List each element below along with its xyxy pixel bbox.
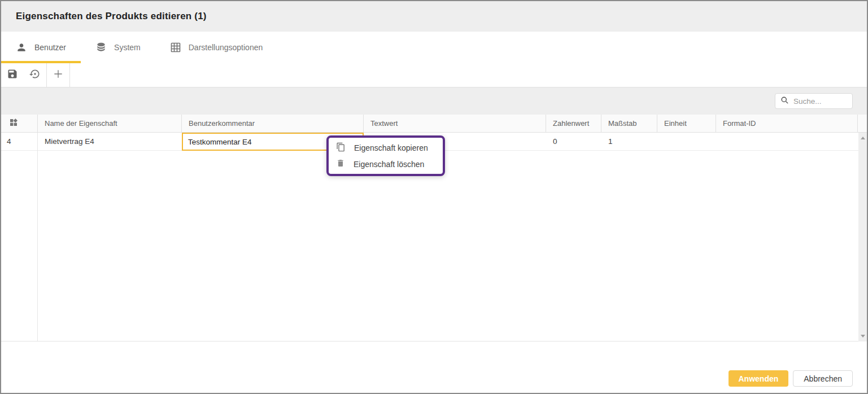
cancel-button[interactable]: Abbrechen — [793, 370, 853, 387]
plus-icon — [53, 68, 64, 82]
search-icon — [780, 96, 789, 107]
grid-header-row: Name der Eigenschaft Benutzerkommentar T… — [1, 115, 867, 133]
restore-button[interactable] — [24, 63, 46, 87]
tab-darstellungsoptionen[interactable]: Darstellungsoptionen — [155, 32, 278, 63]
column-header-zahlenwert[interactable]: Zahlenwert — [546, 115, 601, 132]
menu-item-copy-property[interactable]: Eigenschaft kopieren — [329, 139, 443, 156]
person-icon — [16, 42, 27, 53]
trash-icon — [336, 159, 345, 169]
search-input[interactable] — [793, 97, 847, 106]
row-index-cell: 4 — [1, 133, 38, 150]
row-name-cell[interactable]: Mietvertrag E4 — [38, 133, 182, 150]
column-header-einheit[interactable]: Einheit — [657, 115, 716, 132]
grid-icon — [170, 42, 181, 53]
scroll-down-icon[interactable] — [861, 335, 865, 338]
toolbar — [1, 63, 867, 87]
filter-bar — [1, 87, 867, 115]
row-format-id-cell[interactable] — [716, 133, 858, 150]
column-header-massstab[interactable]: Maßstab — [601, 115, 657, 132]
menu-item-delete-property[interactable]: Eigenschaft löschen — [329, 156, 443, 172]
database-icon — [95, 42, 107, 53]
tab-benutzer-label: Benutzer — [34, 43, 66, 52]
scroll-up-icon[interactable] — [861, 137, 865, 139]
edit-product-properties-dialog: Eigenschaften des Produkts editieren (1)… — [0, 0, 868, 394]
toolbar-separator — [69, 63, 70, 87]
menu-item-copy-label: Eigenschaft kopieren — [354, 143, 428, 152]
menu-item-delete-label: Eigenschaft löschen — [354, 160, 424, 169]
header-scrollbar-spacer — [858, 115, 867, 132]
tab-system[interactable]: System — [81, 32, 155, 63]
dialog-title: Eigenschaften des Produkts editieren (1) — [16, 11, 207, 22]
handle-column-divider — [37, 133, 38, 341]
context-menu: Eigenschaft kopieren Eigenschaft löschen — [326, 135, 445, 176]
tab-system-label: System — [114, 43, 141, 52]
copy-icon — [336, 142, 346, 154]
grid-handle-icon — [9, 118, 18, 129]
row-einheit-cell[interactable] — [657, 133, 716, 150]
vertical-scrollbar[interactable] — [858, 133, 867, 342]
properties-grid: Name der Eigenschaft Benutzerkommentar T… — [1, 115, 867, 342]
column-header-name[interactable]: Name der Eigenschaft — [38, 115, 182, 132]
tab-darstellungsoptionen-label: Darstellungsoptionen — [189, 43, 263, 52]
dialog-title-bar: Eigenschaften des Produkts editieren (1) — [1, 1, 867, 32]
restore-icon — [29, 68, 41, 82]
dialog-footer: Anwenden Abbrechen — [1, 342, 867, 393]
tab-bar: Benutzer System Darstellungsoptionen — [1, 32, 867, 63]
save-icon — [7, 68, 18, 82]
column-header-textwert[interactable]: Textwert — [364, 115, 546, 132]
column-header-benutzerkommentar[interactable]: Benutzerkommentar — [182, 115, 364, 132]
save-button[interactable] — [1, 63, 24, 87]
search-box[interactable] — [775, 93, 853, 109]
column-header-handle[interactable] — [1, 115, 38, 132]
apply-button[interactable]: Anwenden — [729, 370, 789, 387]
tab-benutzer[interactable]: Benutzer — [1, 32, 81, 63]
add-property-button[interactable] — [47, 63, 69, 87]
row-massstab-cell[interactable]: 1 — [601, 133, 657, 150]
row-zahlenwert-cell[interactable]: 0 — [546, 133, 601, 150]
column-header-format-id[interactable]: Format-ID — [716, 115, 858, 132]
